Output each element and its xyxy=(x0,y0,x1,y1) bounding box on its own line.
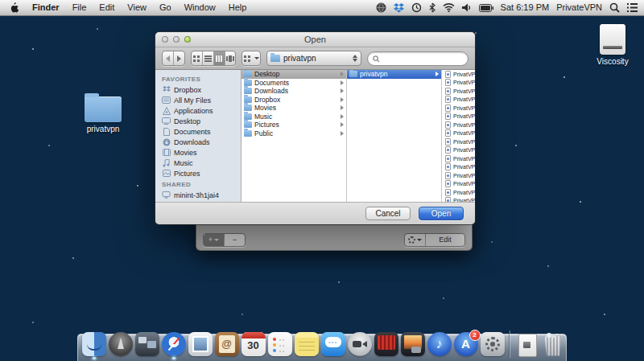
open-button[interactable]: Open xyxy=(419,207,464,220)
sidebar-item-shared-computer[interactable]: minint-3h1jai4 xyxy=(155,190,241,200)
file-row[interactable]: PrivatVPN-D xyxy=(442,180,475,189)
dock-item-mail[interactable] xyxy=(188,330,213,358)
menu-window[interactable]: Window xyxy=(184,0,216,15)
dock-item-documents-stack[interactable] xyxy=(514,330,539,358)
config-file-icon xyxy=(445,180,451,187)
folder-row-privatvpn[interactable]: privatvpn xyxy=(347,70,441,79)
folder-row-pictures[interactable]: Pictures xyxy=(242,121,346,129)
chevron-right-icon xyxy=(341,131,344,136)
menu-edit[interactable]: Edit xyxy=(99,0,114,15)
folder-row-downloads[interactable]: Downloads xyxy=(242,87,346,96)
dialog-titlebar[interactable]: Open xyxy=(155,32,475,47)
remove-connection-button[interactable]: − xyxy=(225,234,245,246)
minimize-button[interactable] xyxy=(173,36,180,43)
dock-item-calendar[interactable]: 30 xyxy=(241,330,266,358)
dock-item-notes[interactable] xyxy=(294,330,319,358)
column-view-button[interactable] xyxy=(214,51,225,65)
battery-menu-icon[interactable] xyxy=(479,0,493,15)
search-input[interactable] xyxy=(382,53,463,64)
coverflow-view-button[interactable] xyxy=(225,51,236,65)
sidebar-item-downloads[interactable]: Downloads xyxy=(155,137,241,147)
sidebar-item-documents[interactable]: Documents xyxy=(155,126,241,137)
dock-item-contacts[interactable] xyxy=(214,330,239,358)
bluetooth-menu-icon[interactable] xyxy=(429,0,436,15)
menu-file[interactable]: File xyxy=(72,0,87,15)
apple-menu-icon[interactable] xyxy=(10,0,19,15)
forward-button[interactable] xyxy=(174,51,184,65)
volume-menu-icon[interactable] xyxy=(462,0,472,15)
time-machine-menu-icon[interactable] xyxy=(411,0,422,15)
file-row[interactable]: PrivatVPN-FI xyxy=(442,188,475,197)
mail-icon xyxy=(188,332,213,356)
file-row[interactable]: PrivatVPN-D xyxy=(442,146,475,155)
gear-action-button[interactable] xyxy=(405,234,426,246)
file-row[interactable]: PrivatVPN-D xyxy=(442,137,475,146)
desktop-folder-privatvpn[interactable]: privatvpn xyxy=(75,96,131,133)
sidebar-item-music[interactable]: Music xyxy=(155,158,241,168)
dock-item-itunes[interactable] xyxy=(427,330,452,358)
file-row[interactable]: PrivatVPN-C xyxy=(442,70,475,79)
icon-view-button[interactable] xyxy=(192,51,203,65)
dropbox-menu-icon[interactable] xyxy=(394,0,404,15)
close-button[interactable] xyxy=(162,36,168,43)
dock-item-app-store[interactable]: 2 xyxy=(453,330,478,358)
desktop-volume-viscosity[interactable]: Viscosity xyxy=(584,24,641,66)
file-row[interactable]: PrivatVPN-D xyxy=(442,121,475,129)
file-row[interactable]: PrivatVPN-D xyxy=(442,154,475,163)
file-row[interactable]: PrivatVPN-D xyxy=(442,129,475,138)
menu-go[interactable]: Go xyxy=(159,0,171,15)
dock-item-reminders[interactable] xyxy=(267,330,292,358)
dock-item-iphoto[interactable] xyxy=(400,330,425,358)
menu-help[interactable]: Help xyxy=(229,0,247,15)
dock-item-safari[interactable] xyxy=(161,330,186,358)
menu-view[interactable]: View xyxy=(127,0,147,15)
dock-item-messages[interactable] xyxy=(320,330,345,358)
folder-row-documents[interactable]: Documents xyxy=(242,79,346,88)
folder-row-desktop[interactable]: Desktop xyxy=(242,70,346,79)
sidebar-item-pictures[interactable]: Pictures xyxy=(155,168,241,178)
menubar-clock[interactable]: Sat 6:19 PM xyxy=(501,0,550,15)
viscosity-menu-icon[interactable] xyxy=(376,0,386,15)
icon-view-icon xyxy=(193,55,200,62)
dock-item-mission-control[interactable] xyxy=(134,330,159,358)
sidebar-item-all-my-files[interactable]: All My Files xyxy=(155,95,241,105)
back-button[interactable] xyxy=(163,51,174,65)
file-row[interactable]: PrivatVPN-C xyxy=(442,87,475,96)
sidebar-item-movies[interactable]: Movies xyxy=(155,147,241,158)
edit-button[interactable]: Edit xyxy=(426,234,464,246)
folder-row-movies[interactable]: Movies xyxy=(242,104,346,113)
folder-row-public[interactable]: Public xyxy=(242,129,346,138)
dock-item-facetime[interactable] xyxy=(347,330,372,358)
config-file-icon xyxy=(445,129,451,137)
sidebar-item-applications[interactable]: Applications xyxy=(155,105,241,116)
notification-center-icon[interactable] xyxy=(627,0,638,15)
folder-row-dropbox[interactable]: Dropbox xyxy=(242,96,346,105)
wifi-menu-icon[interactable] xyxy=(443,0,455,15)
dock-item-finder[interactable] xyxy=(81,330,106,358)
file-row[interactable]: PrivatVPN-C xyxy=(442,104,475,113)
search-field[interactable] xyxy=(367,51,469,66)
action-menu-button[interactable] xyxy=(242,51,260,65)
file-row[interactable]: PrivatVPN-D xyxy=(442,163,475,172)
messages-icon xyxy=(321,332,345,356)
dock-item-system-preferences[interactable] xyxy=(480,330,505,358)
add-connection-button[interactable]: + xyxy=(204,234,225,246)
dock-item-trash[interactable] xyxy=(540,330,565,358)
spotlight-icon[interactable] xyxy=(609,0,620,15)
sidebar-item-desktop[interactable]: Desktop xyxy=(155,116,241,126)
path-popup[interactable]: privatvpn xyxy=(266,51,361,66)
file-row[interactable]: PrivatVPN-D xyxy=(442,171,475,180)
folder-icon xyxy=(244,96,252,103)
menubar-app-name[interactable]: PrivateVPN xyxy=(556,0,602,15)
menu-finder[interactable]: Finder xyxy=(32,0,60,15)
file-row[interactable]: PrivatVPN-CA xyxy=(442,79,475,88)
file-row[interactable]: PrivatVPN-C xyxy=(442,96,475,105)
dock-item-imovie[interactable] xyxy=(374,330,398,358)
file-row[interactable]: PrivatVPN-C xyxy=(442,113,475,121)
sidebar-item-dropbox[interactable]: Dropbox xyxy=(155,84,241,95)
cancel-button[interactable]: Cancel xyxy=(365,207,411,220)
list-view-button[interactable] xyxy=(203,51,214,65)
dock-item-launchpad[interactable] xyxy=(108,330,133,358)
zoom-button[interactable] xyxy=(184,36,191,43)
folder-row-music[interactable]: Music xyxy=(242,113,346,121)
